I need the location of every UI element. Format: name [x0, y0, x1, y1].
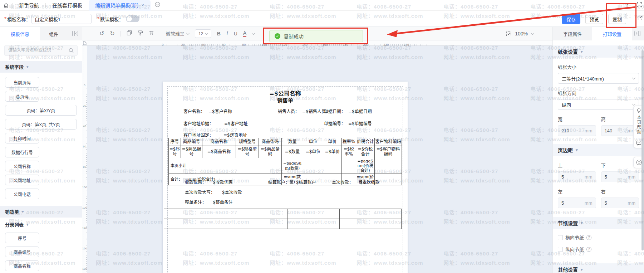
- section-page-margins[interactable]: 页边距▾: [553, 144, 644, 156]
- section-system-fields[interactable]: 系统字段▾: [0, 61, 82, 73]
- feedback-chat-icon[interactable]: [636, 140, 641, 146]
- table-data-cell[interactable]: =$数量: [282, 146, 303, 158]
- table-data-cell[interactable]: =$价税合计: [356, 146, 375, 158]
- pagesum-qty-cell[interactable]: =pageSum(数量): [282, 158, 303, 174]
- tab-online-templates[interactable]: 在线套打模板: [46, 0, 89, 11]
- tab-list-dropdown-icon[interactable]: [155, 2, 160, 9]
- document-footer-table[interactable]: [164, 209, 402, 229]
- design-canvas[interactable]: 020406080100120140160180200220240 020406…: [82, 40, 552, 273]
- section-entry-list[interactable]: 分录列表▾: [0, 219, 82, 230]
- doc-account-field[interactable]: 结算账户：=$结算账户: [268, 179, 316, 185]
- help-question-icon[interactable]: ?: [586, 247, 591, 252]
- collapse-sidebar-icon[interactable]: [72, 30, 78, 38]
- default-template-toggle[interactable]: [126, 15, 139, 22]
- doc-address-fixed-field[interactable]: 客户地址固定：=$送货地址: [183, 132, 247, 138]
- doc-remark-field[interactable]: 整单备注：=$整单备注: [185, 199, 233, 205]
- table-data-cell[interactable]: =$单位: [303, 146, 323, 158]
- close-tab-icon[interactable]: ×: [141, 0, 144, 11]
- paper-size-select[interactable]: 二等分(241*140mm): [558, 73, 639, 84]
- field-button[interactable]: 序号: [5, 233, 39, 243]
- font-color-button[interactable]: A: [243, 30, 246, 37]
- section-sales-order[interactable]: 销货单▾: [0, 206, 82, 218]
- document-item-table[interactable]: 序号商品编号商品名称规格型号商品条码数量单位单价税率%价税合计客户物料编码 =$…: [168, 138, 402, 185]
- underline-button[interactable]: U: [234, 31, 237, 36]
- redo-icon[interactable]: ↻: [110, 31, 114, 36]
- margin-top-input[interactable]: 5mm: [558, 171, 596, 182]
- success-check-icon: ✓: [275, 33, 280, 39]
- table-data-cell[interactable]: =$客户物料编码: [375, 146, 402, 158]
- table-data-cell[interactable]: =$商品编号: [181, 146, 202, 158]
- open-new-window-icon[interactable]: [637, 15, 643, 22]
- panel-scrollbar[interactable]: [641, 50, 644, 250]
- zoom-control[interactable]: 100%: [506, 27, 534, 40]
- field-button[interactable]: 公司名称: [5, 161, 39, 171]
- field-search-input[interactable]: [8, 48, 69, 53]
- doc-received-capital-field[interactable]: 本次收款大写：=$本次收款: [185, 189, 242, 195]
- font-size-select[interactable]: 12: [195, 29, 211, 38]
- vertical-paper-saving-row[interactable]: 纵向节纸 ?: [558, 246, 644, 253]
- table-data-cell[interactable]: =$序号: [169, 146, 181, 158]
- section-more-settings[interactable]: 其他设置▾: [553, 263, 644, 273]
- checkbox-vertical-saving[interactable]: [558, 247, 563, 252]
- field-button[interactable]: 公司电话: [5, 189, 39, 199]
- checkbox-horizontal-saving[interactable]: [558, 235, 563, 240]
- collapse-up-icon[interactable]: ↑: [626, 2, 629, 8]
- field-button[interactable]: 数据行行号: [5, 147, 39, 157]
- field-button[interactable]: 页码：第X/Y页: [5, 105, 77, 116]
- doc-date-field[interactable]: 单据日期：=$单据日期: [324, 108, 372, 114]
- tab-print-settings[interactable]: 打印设置: [592, 27, 632, 40]
- italic-button[interactable]: I: [226, 31, 228, 36]
- doc-customer-field[interactable]: 客户名称：=$客户名称: [183, 108, 232, 114]
- tab-field-properties[interactable]: 字段属性: [553, 27, 592, 40]
- pagesum-label-cell[interactable]: 本页小计: [169, 158, 282, 174]
- doc-discount-field[interactable]: 收款优惠：=$收款优惠: [185, 179, 233, 185]
- fullscreen-icon[interactable]: [637, 2, 642, 8]
- field-button[interactable]: 打印时间: [5, 133, 39, 143]
- fit-canvas-icon[interactable]: [506, 31, 511, 36]
- field-button[interactable]: 商品名称: [5, 260, 39, 271]
- format-painter-icon[interactable]: [138, 30, 143, 37]
- doc-order-no-field[interactable]: 单据编号：=$单据编号: [324, 120, 372, 126]
- section-paper-saving[interactable]: 节纸设置▾: [553, 217, 644, 229]
- doc-seller-field[interactable]: 销售人员：=$销售人员: [278, 108, 326, 114]
- copy-button[interactable]: 复制: [608, 14, 626, 24]
- doc-received-field[interactable]: 本次收款：=$本次收款: [332, 179, 380, 185]
- table-data-cell[interactable]: =$规格型号: [236, 146, 259, 158]
- tab-edit-template[interactable]: 编辑销货单模板(新) ×: [89, 0, 151, 11]
- bold-button[interactable]: B: [217, 31, 221, 36]
- doc-address-doc-field[interactable]: 客户地址单据：=$客户地址: [183, 120, 248, 126]
- undo-icon[interactable]: ↺: [99, 31, 104, 36]
- paper-orientation-select[interactable]: 纵向: [558, 99, 639, 110]
- margin-right-input[interactable]: 5mm: [601, 198, 639, 208]
- preview-button[interactable]: 预览: [585, 14, 603, 24]
- guide-line: [86, 46, 86, 273]
- home-button[interactable]: [0, 0, 12, 11]
- help-question-icon[interactable]: ?: [586, 235, 591, 240]
- field-button[interactable]: 总页码: [5, 91, 39, 102]
- margin-left-input[interactable]: 5mm: [558, 198, 596, 208]
- tab-components[interactable]: 组件: [40, 27, 67, 40]
- table-data-cell[interactable]: =$单价: [323, 146, 342, 158]
- tab-newbie-nav[interactable]: 新手导航: [13, 0, 45, 11]
- doc-title-field[interactable]: 销售单: [163, 96, 408, 104]
- pagesum-amount-cell[interactable]: =pageSum(价税合计): [356, 158, 375, 174]
- template-name-input[interactable]: [31, 14, 92, 24]
- save-button[interactable]: 保存: [562, 14, 580, 24]
- field-button[interactable]: 页码：第X页, 共Y页: [5, 119, 77, 130]
- tab-template-info[interactable]: 模板信息: [0, 27, 40, 40]
- collapse-panel-icon[interactable]: [634, 30, 640, 38]
- field-button[interactable]: 当前页码: [5, 77, 39, 88]
- field-search-box[interactable]: [4, 45, 78, 56]
- font-family-select[interactable]: 微软雅黑: [166, 30, 189, 37]
- table-data-cell[interactable]: =$税率%: [342, 146, 356, 158]
- field-button[interactable]: 商品编号: [5, 247, 39, 257]
- field-button[interactable]: 公司地址: [5, 175, 39, 185]
- horizontal-paper-saving-row[interactable]: 横向节纸 ?: [558, 234, 644, 241]
- template-page[interactable]: =$公司名称 销售单 客户名称：=$客户名称 销售人员：=$销售人员 单据日期：…: [163, 82, 408, 273]
- section-paper-settings[interactable]: 纸张设置▾: [553, 45, 644, 58]
- copy-element-icon[interactable]: [127, 30, 132, 37]
- delete-icon[interactable]: [149, 30, 154, 37]
- table-data-cell[interactable]: =$商品条码: [259, 146, 282, 158]
- table-data-cell[interactable]: =$商品名称: [202, 146, 236, 158]
- margin-bottom-input[interactable]: 5mm: [601, 171, 639, 182]
